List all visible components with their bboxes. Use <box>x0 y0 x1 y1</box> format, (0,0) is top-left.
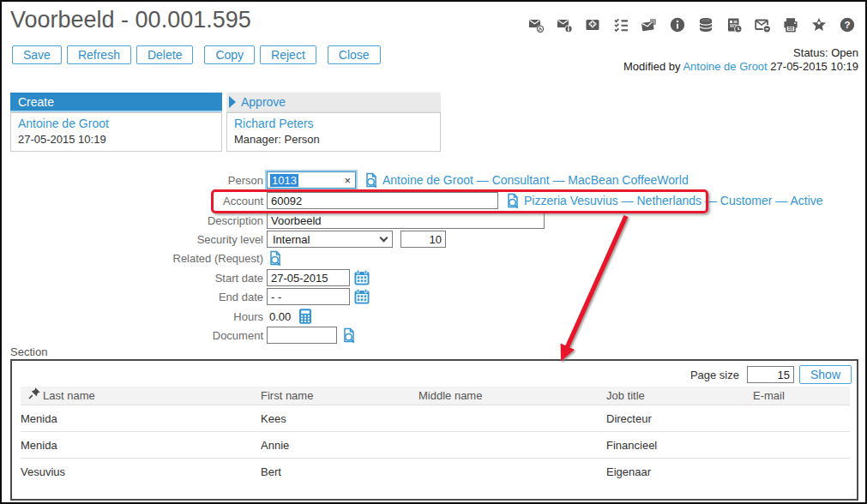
document-history-icon[interactable] <box>726 16 743 33</box>
workflow-approve-user-link[interactable]: Richard Peters <box>234 117 314 130</box>
cell-last-name: Menida <box>21 432 57 459</box>
status-text: Status: Open <box>793 46 858 59</box>
account-link[interactable]: Pizzeria Vesuvius — Netherlands — Custom… <box>524 194 823 207</box>
reject-button[interactable]: Reject <box>260 45 316 64</box>
form-row-document: Document <box>2 327 865 344</box>
start-date-calendar-icon[interactable] <box>353 269 370 286</box>
workflow-create-user-link[interactable]: Antoine de Groot <box>18 117 109 130</box>
security-level-number-input[interactable] <box>400 231 446 248</box>
section-box: Page size Show Last name First name Midd… <box>10 359 858 501</box>
person-input[interactable]: 1013 × <box>267 171 356 189</box>
chevron-down-icon <box>380 234 388 243</box>
workflow-step-approve-label: Approve <box>241 95 286 109</box>
workflow-create-timestamp: 27-05-2015 10:19 <box>18 133 214 146</box>
start-date-input[interactable] <box>267 269 350 286</box>
person-label: Person <box>2 174 263 187</box>
open-message-icon[interactable] <box>584 16 601 33</box>
workflow-approve-role: Manager: Person <box>234 133 433 146</box>
form-row-related: Related (Request) <box>2 249 865 267</box>
description-label: Description <box>2 214 263 227</box>
workflow-step-create: Create Antoine de Groot 27-05-2015 10:19 <box>10 93 222 152</box>
document-label: Document <box>2 329 263 342</box>
hours-calculator-icon[interactable] <box>297 308 314 325</box>
form-row-description: Description <box>2 212 865 229</box>
page-size-row: Page size Show <box>690 365 852 384</box>
checklist-icon[interactable] <box>612 16 629 33</box>
person-value: 1013 <box>270 174 298 187</box>
security-level-select[interactable]: Internal <box>267 231 393 248</box>
favorite-icon[interactable] <box>810 16 828 33</box>
column-header-middle-name[interactable]: Middle name <box>418 387 482 405</box>
header-icon-bar: ? <box>527 16 856 33</box>
document-lookup-icon[interactable] <box>340 327 358 344</box>
close-button[interactable]: Close <box>328 45 381 64</box>
end-date-input[interactable] <box>267 288 350 305</box>
account-input[interactable] <box>267 192 498 209</box>
workflow-step-approve-header[interactable]: Approve <box>226 93 441 112</box>
table-row[interactable]: Menida Kees Directeur <box>21 405 850 432</box>
workflow-arrow-icon <box>229 96 236 108</box>
cell-job-title: Directeur <box>606 405 652 432</box>
message-archive-icon[interactable] <box>641 16 658 33</box>
modified-line: Modified by Antoine de Groot 27-05-2015 … <box>623 60 858 73</box>
cell-last-name: Menida <box>21 405 57 432</box>
start-date-label: Start date <box>2 272 263 285</box>
record-window: Voorbeeld - 00.001.595 <box>0 0 867 504</box>
account-label: Account <box>2 195 263 207</box>
cell-last-name: Vesuvius <box>21 459 65 485</box>
security-level-label: Security level <box>2 233 263 246</box>
info-icon[interactable] <box>669 16 686 33</box>
column-header-job-title[interactable]: Job title <box>606 387 645 405</box>
table-header: Last name First name Middle name Job tit… <box>21 387 850 405</box>
save-button[interactable]: Save <box>12 45 62 64</box>
page-size-input[interactable] <box>747 366 794 383</box>
end-date-calendar-icon[interactable] <box>353 288 370 305</box>
document-input[interactable] <box>267 327 337 344</box>
person-lookup-icon[interactable] <box>363 171 380 189</box>
cell-job-title: Financieel <box>606 432 657 459</box>
delete-button[interactable]: Delete <box>136 45 193 64</box>
description-input[interactable] <box>267 212 545 229</box>
workflow-step-create-header[interactable]: Create <box>10 93 222 112</box>
modified-user-link[interactable]: Antoine de Groot <box>683 60 767 73</box>
show-button[interactable]: Show <box>799 365 852 384</box>
svg-text:?: ? <box>844 20 850 30</box>
related-lookup-icon[interactable] <box>267 249 284 267</box>
copy-button[interactable]: Copy <box>204 45 255 64</box>
cell-first-name: Kees <box>261 405 286 432</box>
form-row-hours: Hours 0.00 <box>2 308 865 325</box>
account-lookup-icon[interactable] <box>504 192 521 209</box>
column-header-email[interactable]: E-mail <box>753 387 785 405</box>
mail-status-icon[interactable] <box>754 16 771 33</box>
print-icon[interactable] <box>782 16 799 33</box>
form-row-person: Person 1013 × Antoine de Groot — Consult… <box>2 171 865 189</box>
workflow-step-create-body: Antoine de Groot 27-05-2015 10:19 <box>10 112 222 152</box>
table-row[interactable]: Menida Annie Financieel <box>21 432 850 459</box>
security-level-value: Internal <box>273 233 310 246</box>
form-row-security-level: Security level Internal <box>2 231 865 248</box>
table-row[interactable]: Vesuvius Bert Eigenaar <box>21 459 850 485</box>
form-row-end-date: End date <box>2 288 865 305</box>
clear-icon[interactable]: × <box>344 175 352 186</box>
form-row-start-date: Start date <box>2 269 865 286</box>
hours-label: Hours <box>2 310 263 323</box>
message-info-icon[interactable] <box>556 16 573 33</box>
column-header-last-name[interactable]: Last name <box>43 387 95 405</box>
pin-column-icon[interactable] <box>27 387 41 400</box>
section-label: Section <box>10 345 47 358</box>
page-title: Voorbeeld - 00.001.595 <box>10 7 251 33</box>
column-header-first-name[interactable]: First name <box>261 387 313 405</box>
help-icon[interactable]: ? <box>839 16 856 33</box>
form-row-account: Account Pizzeria Vesuvius — Netherlands … <box>2 192 865 209</box>
workflow-step-approve: Approve Richard Peters Manager: Person <box>226 93 441 152</box>
contacts-table: Last name First name Middle name Job tit… <box>21 387 850 485</box>
person-link[interactable]: Antoine de Groot — Consultant — MacBean … <box>382 173 689 187</box>
refresh-button[interactable]: Refresh <box>67 45 131 64</box>
database-icon[interactable] <box>697 16 714 33</box>
modified-prefix: Modified by <box>623 60 680 73</box>
workflow-step-create-label: Create <box>18 95 54 109</box>
forward-message-icon[interactable] <box>527 16 545 33</box>
cell-first-name: Bert <box>261 459 281 485</box>
page-size-label: Page size <box>690 369 739 381</box>
related-label: Related (Request) <box>2 252 263 265</box>
